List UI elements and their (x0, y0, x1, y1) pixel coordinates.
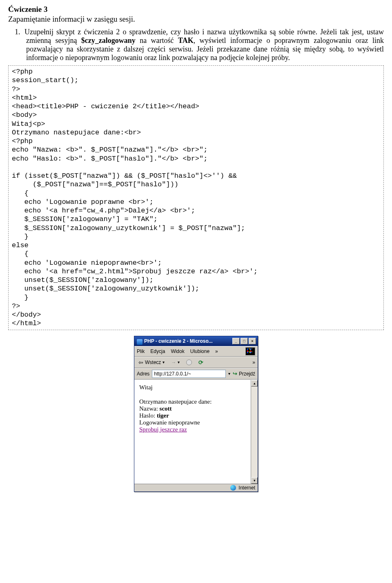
scroll-down-button[interactable]: ▾ (251, 477, 258, 484)
page-login-status: Logowanie niepoprawne (139, 419, 253, 426)
scroll-track[interactable] (251, 386, 258, 477)
stop-icon (186, 360, 192, 365)
toolbar-more[interactable]: » (252, 360, 255, 365)
ie-throbber-icon (245, 347, 255, 355)
go-icon (233, 371, 237, 377)
status-text: Internet (238, 485, 255, 491)
back-button[interactable]: Wstecz ▾ (137, 358, 166, 366)
step-text-b: na wartość (136, 36, 178, 45)
go-button[interactable]: Przejdź (233, 371, 255, 377)
nav-toolbar: Wstecz ▾ ▾ » (134, 357, 258, 368)
forward-arrow-icon (171, 360, 176, 365)
vertical-scrollbar[interactable]: ▴ ▾ (251, 380, 258, 484)
code-listing: <?php session_start(); ?> <html> <head><… (8, 65, 384, 330)
menu-bar: Plik Edycja Widok Ulubione » (134, 346, 258, 357)
internet-zone-icon (230, 485, 236, 491)
address-bar: Adres ▾ Przejdź (134, 368, 258, 380)
address-input[interactable] (152, 370, 226, 378)
page-haslo-value: tiger (157, 412, 169, 419)
status-bar: Internet (134, 484, 258, 491)
menu-edycja[interactable]: Edycja (150, 348, 165, 354)
refresh-icon (198, 359, 203, 366)
menu-more[interactable]: » (215, 348, 218, 354)
minimize-button[interactable]: _ (232, 338, 240, 344)
refresh-button[interactable] (197, 358, 205, 366)
address-dropdown[interactable]: ▾ (228, 371, 230, 376)
value-tak: TAK (178, 36, 194, 45)
exercise-subtitle: Zapamiętanie informacji w zasięgu sesji. (8, 15, 384, 24)
titlebar[interactable]: PHP - cwiczenie 2 - Microso... _ □ × (134, 336, 258, 346)
stop-button[interactable] (185, 359, 194, 366)
close-button[interactable]: × (249, 338, 256, 344)
scroll-up-button[interactable]: ▴ (251, 380, 258, 386)
var-name: $czy_zalogowany (81, 36, 136, 45)
exercise-title: Ćwiczenie 3 (8, 5, 384, 14)
back-dropdown-caret[interactable]: ▾ (163, 360, 165, 364)
browser-window: PHP - cwiczenie 2 - Microso... _ □ × Pli… (134, 336, 258, 492)
step-1: 1.Uzupełnij skrypt z ćwiczenia 2 o spraw… (26, 28, 384, 62)
page-nazwa-label: Nazwa: (139, 405, 160, 412)
go-label: Przejdź (239, 371, 255, 377)
page-greeting: Witaj (139, 384, 253, 391)
menu-ulubione[interactable]: Ulubione (190, 348, 209, 354)
menu-plik[interactable]: Plik (137, 348, 145, 354)
step-number: 1. (15, 28, 24, 36)
retry-link[interactable]: Sprobuj jeszcze raz (139, 426, 187, 433)
page-content: Witaj Otrzymano nastepujace dane: Nazwa:… (134, 380, 258, 484)
forward-button[interactable]: ▾ (169, 359, 181, 366)
menu-widok[interactable]: Widok (171, 348, 184, 354)
ie-page-icon (137, 339, 143, 345)
address-label: Adres (137, 371, 149, 377)
back-arrow-icon (138, 359, 143, 366)
page-haslo-label: Haslo: (139, 412, 157, 419)
maximize-button[interactable]: □ (241, 338, 248, 344)
window-title: PHP - cwiczenie 2 - Microso... (144, 338, 231, 344)
forward-dropdown-caret[interactable]: ▾ (178, 360, 180, 364)
page-line-intro: Otrzymano nastepujace dane: (139, 398, 253, 405)
back-label: Wstecz (145, 360, 161, 365)
page-nazwa-value: scott (160, 405, 172, 412)
